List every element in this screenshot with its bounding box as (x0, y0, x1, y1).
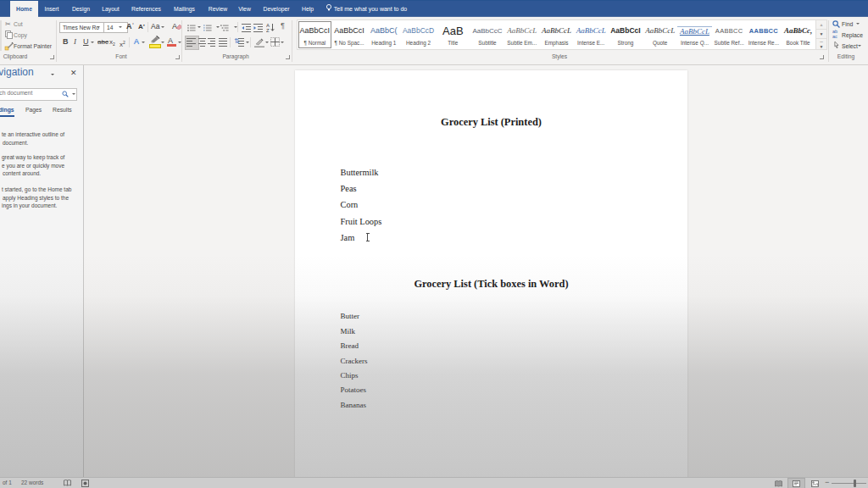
svg-text:Z: Z (266, 28, 270, 32)
